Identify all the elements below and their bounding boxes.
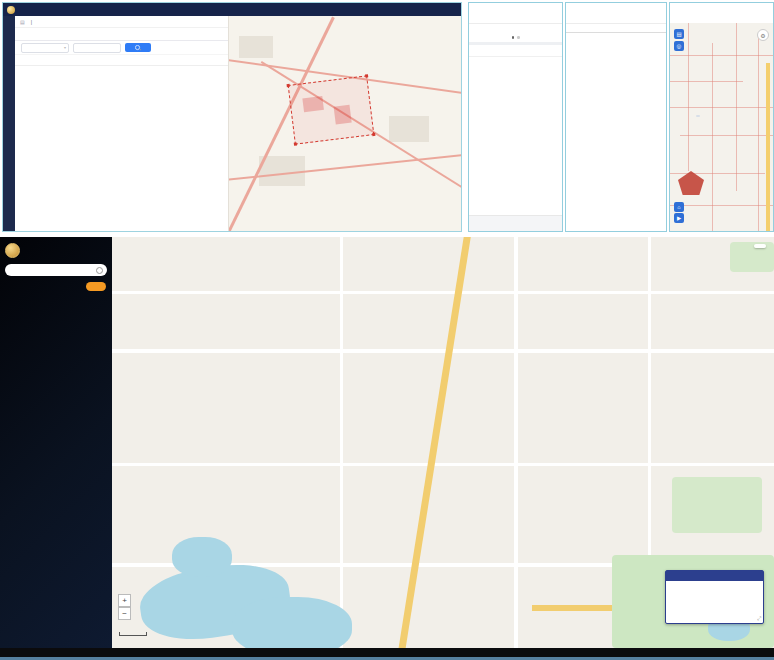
app-grid xyxy=(469,24,562,34)
park-area xyxy=(730,242,774,272)
webapp-map-panel[interactable] xyxy=(228,16,461,231)
site-label xyxy=(696,115,700,117)
breadcrumb: ▤ | xyxy=(15,16,229,28)
phone-kc3 xyxy=(468,2,563,232)
search-icon xyxy=(135,45,140,50)
water-area xyxy=(172,537,232,577)
phone-distribution: ▤ ◎ ⚙ ⌂ ▶ xyxy=(669,2,774,232)
platform-status-bar xyxy=(0,648,774,657)
platform-sidebar xyxy=(0,237,112,648)
page-indicator xyxy=(469,34,562,42)
logo-roundel-icon xyxy=(5,243,20,258)
site-building xyxy=(334,105,352,125)
street-line xyxy=(670,81,743,82)
borehole-comparison-chart xyxy=(566,39,666,231)
spacing-row xyxy=(566,24,666,33)
zoom-out-button[interactable]: − xyxy=(118,607,131,620)
phone-compare xyxy=(565,2,667,232)
webapp-nav-rail xyxy=(3,16,15,231)
record-tabs xyxy=(469,45,562,57)
search-input[interactable] xyxy=(5,264,107,276)
water-area xyxy=(232,597,352,648)
home-icon[interactable]: ⌂ xyxy=(674,202,684,212)
breadcrumb-separator: | xyxy=(31,19,32,25)
nav-bar xyxy=(566,11,666,24)
status-bar xyxy=(469,3,562,11)
scale-bar xyxy=(119,632,147,636)
map-toolbar xyxy=(754,244,766,248)
status-bar xyxy=(566,3,666,11)
site-boundary-polygon xyxy=(288,75,375,144)
map-road xyxy=(112,349,774,353)
layers-icon[interactable]: ▤ xyxy=(674,29,684,39)
main-road xyxy=(766,63,770,231)
site-building xyxy=(302,96,324,112)
legend-items xyxy=(666,581,763,623)
street-line xyxy=(736,23,737,191)
shortcut-grid xyxy=(469,215,562,231)
map-controls-bottom: ⌂ ▶ xyxy=(674,202,684,224)
street-line xyxy=(712,43,713,231)
map-building xyxy=(389,116,429,142)
park-area xyxy=(672,477,762,533)
legend-panel: ⤢ xyxy=(665,570,764,624)
filter-bar: ▾ xyxy=(15,41,229,54)
expand-icon[interactable]: ⤢ xyxy=(757,615,761,622)
locate-icon[interactable]: ◎ xyxy=(674,41,684,51)
detail-tabs xyxy=(15,54,229,66)
map-controls-top: ▤ ◎ xyxy=(674,29,684,51)
street-line xyxy=(688,23,689,171)
zoom-in-button[interactable]: + xyxy=(118,594,131,607)
view-all-link[interactable] xyxy=(15,70,229,72)
legend-title xyxy=(666,571,763,581)
nav-bar xyxy=(469,11,562,24)
sidebar-tabs xyxy=(0,278,112,288)
status-bar xyxy=(670,3,773,11)
chevron-down-icon: ▾ xyxy=(64,45,66,50)
webapp-tabs xyxy=(15,28,229,41)
platform-logo xyxy=(0,237,112,262)
webapp-window: ▤ | ▾ xyxy=(2,2,462,232)
map-road xyxy=(340,237,343,648)
keyword-input[interactable] xyxy=(73,43,121,53)
zoom-control: + − xyxy=(118,594,132,620)
platform-map[interactable]: ⤢ + − xyxy=(112,237,774,648)
main-road xyxy=(395,237,472,648)
map-building xyxy=(239,36,273,58)
borehole-select[interactable]: ▾ xyxy=(21,43,69,53)
basemap-toggle-pill[interactable] xyxy=(86,282,106,291)
map-road xyxy=(514,237,518,648)
search-button[interactable] xyxy=(125,43,151,52)
street-line xyxy=(758,33,759,231)
navigate-icon[interactable]: ▶ xyxy=(674,213,684,223)
street-line xyxy=(670,173,765,174)
distribution-map[interactable]: ▤ ◎ ⚙ ⌂ ▶ xyxy=(670,23,773,231)
app-logo-icon xyxy=(7,6,15,14)
map-road xyxy=(112,291,774,294)
menu-icon[interactable]: ▤ xyxy=(20,19,25,25)
search-icon xyxy=(96,267,103,274)
site-building-polygon xyxy=(678,171,704,195)
map-road xyxy=(112,463,774,466)
webapp-content: ▤ | ▾ xyxy=(15,16,229,231)
gear-icon[interactable]: ⚙ xyxy=(757,29,769,41)
webapp-header xyxy=(3,3,461,16)
street-line xyxy=(680,135,773,136)
